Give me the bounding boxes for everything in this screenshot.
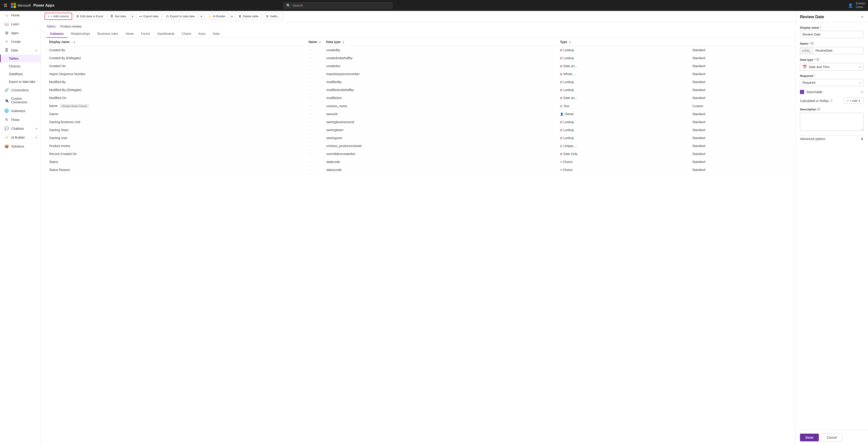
- cell-name: owningbusinessunit: [323, 118, 557, 126]
- col-header-display-name[interactable]: Display name ↑ ∨: [46, 38, 306, 46]
- searchable-checkbox[interactable]: ✓: [800, 90, 804, 94]
- ai-builder-button[interactable]: ✨ AI Builder: [205, 13, 228, 20]
- row-menu-cell[interactable]: ···: [306, 86, 323, 94]
- export-lake-button[interactable]: 🗃 Export to data lake: [163, 13, 198, 20]
- tab-keys[interactable]: Keys: [195, 30, 209, 38]
- sidebar-item-learn[interactable]: 📖 Learn: [0, 20, 41, 28]
- row-menu-cell[interactable]: ···: [306, 110, 323, 118]
- sidebar-subitem-choices[interactable]: Choices: [0, 62, 41, 70]
- sidebar-item-connections[interactable]: 🔗 Connections: [0, 86, 41, 94]
- data-subitems: Tables Choices Dataflows Export to data …: [0, 55, 41, 86]
- row-menu-cell[interactable]: ···: [306, 102, 323, 110]
- flows-icon: ↻: [4, 117, 9, 122]
- row-menu-cell[interactable]: ···: [306, 78, 323, 86]
- tab-charts[interactable]: Charts: [178, 30, 195, 38]
- col-header-data-type[interactable]: Data type ∨: [323, 38, 557, 46]
- edit-excel-button[interactable]: ⊞ Edit data in Excel: [73, 13, 106, 20]
- description-info-icon[interactable]: ⓘ: [817, 108, 820, 111]
- tab-columns[interactable]: Columns: [46, 30, 67, 38]
- cell-name: statecode: [323, 158, 557, 166]
- display-name-input[interactable]: [800, 31, 863, 38]
- cell-data-type: ⊞Date Only: [557, 150, 690, 158]
- col-header-type[interactable]: Type ∨: [557, 38, 690, 46]
- name-info-icon[interactable]: ⓘ: [811, 42, 814, 46]
- close-button[interactable]: ×: [861, 14, 863, 19]
- hamburger-icon[interactable]: ☰: [3, 2, 8, 9]
- breadcrumb-tables-link[interactable]: Tables: [46, 25, 56, 28]
- advanced-options-row[interactable]: Advanced options ∨: [800, 136, 863, 142]
- row-menu-cell[interactable]: ···: [306, 46, 323, 54]
- description-textarea[interactable]: [800, 113, 863, 131]
- get-data-button[interactable]: 🗄 Get data: [107, 13, 129, 20]
- sidebar-item-home[interactable]: ⌂ Home: [0, 11, 41, 20]
- row-menu-cell[interactable]: ···: [306, 158, 323, 166]
- data-type-icon: ⊟: [560, 144, 562, 148]
- sidebar-subitem-export[interactable]: Export to data lake: [0, 78, 41, 86]
- table-row: Owning Business Unit ··· owningbusinessu…: [46, 118, 795, 126]
- sidebar-subitem-tables[interactable]: Tables: [0, 55, 41, 62]
- sidebar-item-data[interactable]: 🗄 Data ∧: [0, 46, 41, 55]
- sidebar-item-custom-connectors[interactable]: 🔌 Custom Connectors: [0, 94, 41, 106]
- delete-table-button[interactable]: 🗑 Delete table: [236, 13, 261, 20]
- sidebar-item-flows[interactable]: ↻ Flows: [0, 115, 41, 124]
- add-column-button[interactable]: + + Add column: [44, 13, 72, 20]
- data-type-icon: ⊞: [560, 72, 562, 76]
- data-type-info-icon[interactable]: ⓘ: [816, 58, 819, 62]
- row-menu-cell[interactable]: ···: [306, 134, 323, 142]
- settings-button[interactable]: ⚙ Settin...: [263, 13, 283, 20]
- done-button[interactable]: Done: [800, 434, 819, 441]
- search-bar[interactable]: 🔍: [283, 2, 393, 9]
- data-type-value: Date and Time: [809, 65, 857, 69]
- create-icon: +: [4, 39, 9, 44]
- search-input[interactable]: [292, 4, 390, 7]
- row-menu-cell[interactable]: ···: [306, 70, 323, 78]
- settings-icon: ⚙: [266, 14, 269, 18]
- row-menu-cell[interactable]: ···: [306, 118, 323, 126]
- calc-info-icon[interactable]: ⓘ: [830, 99, 833, 103]
- advanced-options-label: Advanced options: [800, 137, 825, 141]
- help-icon[interactable]: 👤: [848, 3, 853, 8]
- row-menu-cell[interactable]: ···: [306, 150, 323, 158]
- sidebar-subitem-dataflows[interactable]: Dataflows: [0, 70, 41, 78]
- searchable-info-icon[interactable]: ⓘ: [861, 90, 863, 94]
- panel-footer: Done Cancel: [796, 430, 868, 445]
- sidebar-item-apps[interactable]: ⊞ Apps: [0, 28, 41, 37]
- required-select[interactable]: Required Optional Business Required: [800, 79, 863, 86]
- cell-type: Standard: [690, 150, 795, 158]
- cell-display-name: Created By (Delegate): [46, 54, 306, 62]
- row-menu-cell[interactable]: ···: [306, 166, 323, 174]
- data-type-select[interactable]: 📅 Date and Time ∨: [800, 63, 863, 70]
- data-type-chevron-icon[interactable]: ∨: [859, 65, 861, 68]
- row-menu-cell[interactable]: ···: [306, 62, 323, 70]
- tab-business-rules[interactable]: Business rules: [94, 30, 122, 38]
- sidebar-item-create[interactable]: + Create: [0, 37, 41, 46]
- cancel-button[interactable]: Cancel: [821, 434, 842, 441]
- row-menu-cell[interactable]: ···: [306, 54, 323, 62]
- description-label: Description ⓘ: [800, 108, 863, 111]
- tab-views[interactable]: Views: [122, 30, 137, 38]
- data-type-icon: ≡: [560, 160, 562, 164]
- ai-chevron[interactable]: ∨: [230, 13, 234, 20]
- sidebar-item-chatbots[interactable]: 💬 Chatbots ∨: [0, 124, 41, 133]
- sidebar-item-ai-builder[interactable]: ✨ AI Builder ∨: [0, 133, 41, 142]
- cell-type: Standard: [690, 158, 795, 166]
- sidebar-item-gateways[interactable]: 🌐 Gateways: [0, 106, 41, 115]
- tab-forms[interactable]: Forms: [137, 30, 154, 38]
- col-header-name[interactable]: Name ∨: [306, 38, 323, 46]
- row-menu-cell[interactable]: ···: [306, 126, 323, 134]
- export-lake-chevron[interactable]: ∨: [199, 13, 204, 20]
- cell-display-name: Status Reason: [46, 166, 306, 174]
- tab-dashboards[interactable]: Dashboards: [154, 30, 178, 38]
- tab-relationships[interactable]: Relationships: [67, 30, 94, 38]
- calc-add-button[interactable]: + + Add ∨: [844, 98, 863, 104]
- tab-data[interactable]: Data: [209, 30, 223, 38]
- search-icon: 🔍: [286, 3, 291, 8]
- name-suffix-input[interactable]: [813, 47, 863, 54]
- get-data-chevron[interactable]: ∨: [130, 13, 135, 20]
- export-data-button[interactable]: ⊶ Export data: [136, 13, 161, 20]
- cell-display-name: Modified On: [46, 94, 306, 102]
- sidebar-item-solutions[interactable]: 📦 Solutions: [0, 142, 41, 151]
- row-menu-cell[interactable]: ···: [306, 142, 323, 150]
- row-menu-cell[interactable]: ···: [306, 94, 323, 102]
- data-type-icon: ⊞: [560, 120, 562, 124]
